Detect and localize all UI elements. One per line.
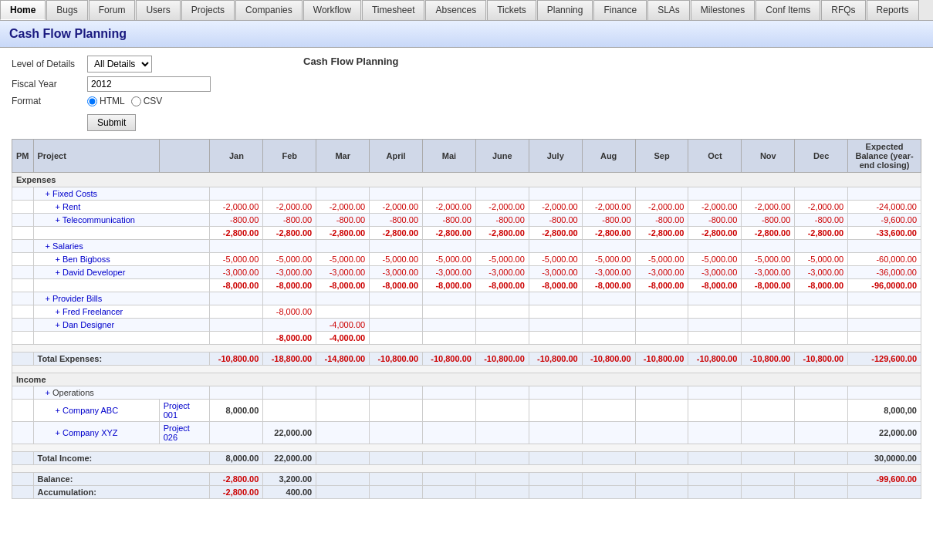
provider-expand[interactable]: +	[46, 294, 50, 303]
telecom-mai: -800.00	[423, 214, 476, 227]
rent-jun: -2,000.00	[475, 201, 529, 214]
fiscal-label: Fiscal Year	[12, 79, 81, 89]
tab-planning[interactable]: Planning	[537, 0, 593, 20]
tab-companies[interactable]: Companies	[235, 0, 303, 20]
income-header-row: Income	[12, 373, 921, 386]
provider-subtotal-row: -8,000.00 -4,000.00	[12, 332, 921, 345]
total-income-label: Total Income:	[33, 452, 210, 465]
spacer-row	[12, 345, 921, 353]
total-income-row: Total Income: 8,000.00 22,000.00 30,0000…	[12, 452, 921, 465]
page-header: Cash Flow Planning	[0, 21, 933, 48]
content-area: Level of Details All Details Fiscal Year…	[0, 48, 933, 507]
rent-link[interactable]: Rent	[63, 202, 80, 211]
tab-reports[interactable]: Reports	[867, 0, 919, 20]
tab-home[interactable]: Home	[0, 0, 46, 20]
david-expand[interactable]: +	[56, 268, 60, 277]
fiscal-year-input[interactable]	[87, 76, 211, 92]
oct-header: Oct	[688, 140, 742, 173]
fixed-costs-link[interactable]: Fixed Costs	[52, 189, 97, 198]
cash-flow-table: PM Project Jan Feb Mar April Mai June Ju…	[12, 139, 921, 499]
rent-balance: -24,000.00	[848, 201, 921, 214]
rent-nov: -2,000.00	[742, 201, 795, 214]
xyz-balance: 22,000.00	[848, 422, 921, 444]
rent-expand[interactable]: +	[56, 202, 60, 211]
fred-link[interactable]: Fred Freelancer	[63, 307, 123, 316]
html-radio[interactable]	[87, 96, 97, 106]
telecom-oct: -800.00	[688, 214, 742, 227]
abc-link[interactable]: Company ABC	[63, 406, 118, 415]
tab-milestones[interactable]: Milestones	[691, 0, 755, 20]
rent-row: + Rent -2,000.00 -2,000.00 -2,000.00 -2,…	[12, 201, 921, 214]
submit-row: Submit	[12, 110, 211, 131]
expenses-label: Expenses	[12, 173, 921, 187]
csv-radio-label: CSV	[131, 96, 163, 106]
abc-balance: 8,000,00	[848, 400, 921, 422]
tab-conf-items[interactable]: Conf Items	[756, 0, 820, 20]
fixed-costs-expand[interactable]: +	[46, 189, 50, 198]
level-select[interactable]: All Details	[87, 56, 152, 73]
csv-radio[interactable]	[131, 96, 141, 106]
balance-header: Expected Balance (year-end closing)	[848, 140, 921, 173]
telecom-sep: -800.00	[635, 214, 688, 227]
rent-oct: -2,000.00	[688, 201, 742, 214]
level-label: Level of Details	[12, 59, 81, 69]
telecom-nov: -800.00	[742, 214, 795, 227]
rent-mar: -2,000.00	[316, 201, 370, 214]
form-title: Cash Flow Planning	[303, 56, 399, 67]
dan-link[interactable]: Dan Designer	[63, 320, 114, 329]
provider-row: + Provider Bills	[12, 292, 921, 305]
format-row: Format HTML CSV	[12, 96, 211, 106]
telecom-feb: -800.00	[263, 214, 316, 227]
tab-forum[interactable]: Forum	[89, 0, 136, 20]
rent-jan: -2,000.00	[210, 201, 263, 214]
tab-projects[interactable]: Projects	[181, 0, 235, 20]
tab-users[interactable]: Users	[136, 0, 180, 20]
rent-sep: -2,000.00	[635, 201, 688, 214]
tab-tickets[interactable]: Tickets	[487, 0, 536, 20]
xyz-link[interactable]: Company XYZ	[63, 428, 118, 437]
rent-aug: -2,000.00	[582, 201, 635, 214]
aug-header: Aug	[582, 140, 635, 173]
fred-expand[interactable]: +	[56, 307, 60, 316]
telecom-expand[interactable]: +	[56, 215, 60, 224]
xyz-expand[interactable]: +	[56, 428, 60, 437]
tab-bugs[interactable]: Bugs	[46, 0, 87, 20]
dan-expand[interactable]: +	[56, 320, 60, 329]
tab-absences[interactable]: Absences	[425, 0, 486, 20]
html-radio-label: HTML	[87, 96, 125, 106]
pm-header: PM	[12, 140, 34, 173]
operations-expand[interactable]: +	[46, 388, 50, 397]
david-link[interactable]: David Developer	[63, 268, 125, 277]
rent-mai: -2,000.00	[423, 201, 476, 214]
telecom-aug: -800.00	[582, 214, 635, 227]
feb-header: Feb	[263, 140, 316, 173]
david-row: + David Developer -3,000.00 -3,000.00 -3…	[12, 266, 921, 279]
submit-button[interactable]: Submit	[87, 114, 136, 131]
tab-slas[interactable]: SLAs	[647, 0, 690, 20]
navigation-tabs: Home Bugs Forum Users Projects Companies…	[0, 0, 933, 21]
accum-label: Accumulation:	[33, 486, 210, 499]
tab-timesheet[interactable]: Timesheet	[362, 0, 425, 20]
provider-link[interactable]: Provider Bills	[52, 294, 102, 303]
html-label: HTML	[100, 96, 125, 106]
dan-row: + Dan Designer -4,000.00	[12, 319, 921, 332]
telecom-link[interactable]: Telecommunication	[63, 215, 135, 224]
salaries-subtotal-row: -8,000.00 -8,000.00 -8,000.00 -8,000.00 …	[12, 279, 921, 292]
july-header: July	[529, 140, 582, 173]
tab-finance[interactable]: Finance	[593, 0, 647, 20]
salaries-expand[interactable]: +	[46, 241, 50, 251]
tab-workflow[interactable]: Workflow	[303, 0, 361, 20]
page-title: Cash Flow Planning	[9, 27, 924, 41]
telecom-jan: -800.00	[210, 214, 263, 227]
rent-feb: -2,000.00	[263, 201, 316, 214]
total-expenses-label: Total Expenses:	[33, 353, 210, 366]
abc-expand[interactable]: +	[56, 406, 60, 415]
salaries-link[interactable]: Salaries	[52, 241, 83, 251]
format-label: Format	[12, 96, 81, 106]
ben-expand[interactable]: +	[56, 255, 60, 264]
rent-jul: -2,000.00	[529, 201, 582, 214]
ben-row: + Ben Bigboss -5,000.00 -5,000.00 -5,000…	[12, 253, 921, 266]
tab-rfqs[interactable]: RFQs	[821, 0, 865, 20]
ben-link[interactable]: Ben Bigboss	[63, 255, 110, 264]
spacer-row2	[12, 366, 921, 373]
